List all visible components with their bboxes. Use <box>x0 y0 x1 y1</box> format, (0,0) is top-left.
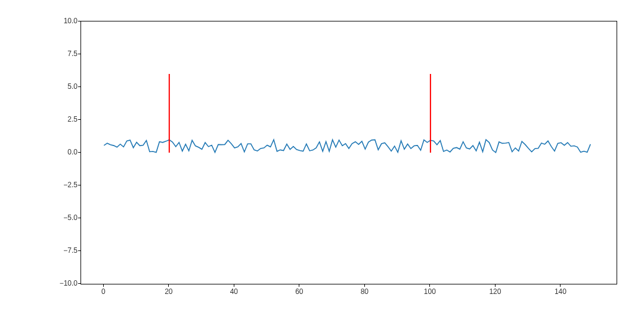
y-tick-label: −10.0 <box>60 279 78 287</box>
line-series <box>104 140 590 153</box>
vertical-lines <box>169 74 431 153</box>
y-tick-mark <box>78 152 80 153</box>
y-tick-label: 7.5 <box>67 49 78 58</box>
y-tick-label: −5.0 <box>63 213 78 222</box>
x-tick-mark <box>364 284 365 287</box>
plot-svg <box>81 21 617 284</box>
y-tick-mark <box>78 86 80 87</box>
y-tick-label: −7.5 <box>63 246 78 255</box>
y-tick-label: −2.5 <box>63 181 78 189</box>
x-tick-mark <box>168 284 169 287</box>
x-tick-mark <box>560 284 561 287</box>
x-tick-mark <box>299 284 299 287</box>
y-tick-label: 10.0 <box>64 17 78 25</box>
x-tick-label: 100 <box>424 287 436 296</box>
y-tick-label: 0.0 <box>67 148 78 156</box>
y-tick-label: 5.0 <box>67 82 78 91</box>
y-tick-mark <box>78 185 80 185</box>
x-tick-label: 60 <box>295 287 303 296</box>
y-tick-label: 2.5 <box>67 115 78 123</box>
x-tick-label: 80 <box>361 287 369 296</box>
x-tick-label: 40 <box>230 287 238 296</box>
y-tick-mark <box>78 21 80 21</box>
y-tick-mark <box>78 250 80 251</box>
plot-area <box>80 21 617 284</box>
x-tick-mark <box>495 284 496 287</box>
x-tick-label: 0 <box>101 287 106 296</box>
data-line <box>104 140 590 153</box>
y-tick-mark <box>78 218 80 218</box>
y-tick-mark <box>78 54 80 54</box>
x-tick-label: 120 <box>489 287 501 296</box>
x-tick-label: 20 <box>165 287 172 296</box>
y-tick-mark <box>78 119 80 120</box>
y-tick-mark <box>78 283 80 284</box>
x-tick-mark <box>103 284 104 287</box>
x-tick-label: 140 <box>555 287 566 296</box>
x-tick-mark <box>429 284 430 287</box>
x-tick-mark <box>234 284 234 287</box>
